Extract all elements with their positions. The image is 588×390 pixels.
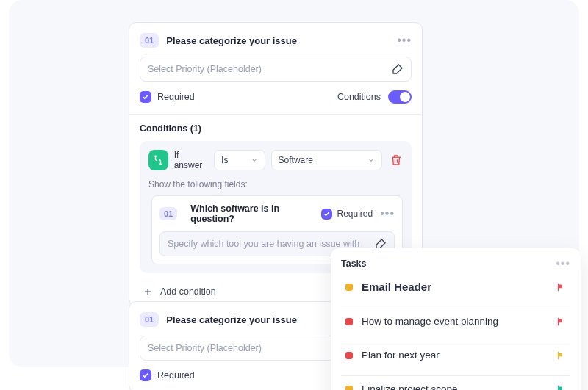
task-row[interactable]: Plan for next year: [341, 342, 570, 368]
question2-title-wrap: 01 Please categorize your issue: [140, 312, 297, 327]
question-title: Please categorize your issue: [166, 35, 297, 46]
flag-icon[interactable]: [556, 282, 566, 292]
add-condition-label: Add condition: [160, 286, 216, 297]
required-checkbox-wrap[interactable]: Required: [140, 91, 195, 103]
task-row[interactable]: Email Header: [341, 279, 570, 300]
tasks-header: Tasks •••: [341, 257, 570, 270]
conditions-label: Conditions: [337, 92, 381, 102]
conditions-toggle-wrap: Conditions: [337, 90, 412, 104]
tasks-menu-button[interactable]: •••: [556, 257, 570, 270]
task-list: Email HeaderHow to manage event planning…: [341, 279, 570, 390]
plus-icon: [143, 286, 153, 297]
tasks-title: Tasks: [341, 259, 367, 269]
question2-title: Please categorize your issue: [166, 314, 297, 325]
value-text: Software: [279, 155, 313, 165]
child-placeholder: Specify which tool you are having an iss…: [168, 239, 375, 249]
child-required-wrap[interactable]: Required: [321, 209, 373, 220]
child-menu-button[interactable]: •••: [380, 207, 395, 220]
tasks-panel: Tasks ••• Email HeaderHow to manage even…: [331, 248, 581, 390]
chevron-down-icon: [368, 156, 375, 164]
operator-select[interactable]: Is: [214, 150, 265, 170]
status-dot: [345, 318, 353, 325]
if-answer-label: If answer: [174, 150, 208, 170]
question-header: 01 Please categorize your issue •••: [140, 33, 412, 48]
checkbox-icon: [140, 369, 151, 381]
priority-placeholder: Select Priority (Placeholder): [148, 64, 392, 74]
chevron-down-icon: [251, 156, 258, 164]
divider: [129, 114, 422, 115]
child-question-title: Which software is in question?: [190, 203, 321, 224]
edit-icon[interactable]: [392, 63, 404, 75]
condition-rule-row: If answer Is Software: [148, 150, 403, 170]
checkbox-icon: [321, 209, 332, 220]
question-menu-button[interactable]: •••: [397, 35, 412, 46]
conditions-toggle[interactable]: [388, 90, 412, 104]
rule-icon: [148, 150, 168, 170]
flag-icon[interactable]: [556, 384, 566, 391]
value-select[interactable]: Software: [271, 150, 382, 170]
operator-value: Is: [221, 155, 228, 165]
conditions-count-label: Conditions (1): [140, 123, 412, 134]
required-label: Required: [157, 92, 195, 102]
delete-condition-button[interactable]: [382, 154, 403, 167]
svg-point-1: [160, 164, 161, 165]
task-name: Plan for next year: [362, 350, 440, 361]
child-number-badge: 01: [159, 207, 177, 220]
checkbox-icon: [140, 91, 151, 103]
status-dot: [345, 386, 353, 391]
stage: 01 Please categorize your issue ••• Sele…: [0, 0, 588, 390]
status-dot: [345, 352, 353, 359]
required2-label: Required: [157, 370, 195, 380]
priority-input[interactable]: Select Priority (Placeholder): [140, 57, 412, 82]
task-name: Email Header: [362, 281, 431, 293]
task-name: How to manage event planning: [362, 316, 498, 327]
svg-point-0: [155, 156, 156, 156]
child-question-header: 01 Which software is in question? Requir…: [159, 203, 395, 224]
flag-icon[interactable]: [556, 350, 566, 361]
child-required-label: Required: [337, 209, 373, 219]
question-number-badge: 01: [140, 33, 159, 48]
show-fields-label: Show the following fields:: [148, 179, 403, 189]
flag-icon[interactable]: [556, 317, 566, 327]
question2-number-badge: 01: [140, 312, 159, 327]
status-dot: [345, 284, 353, 291]
task-row[interactable]: Finalize project scope: [341, 375, 570, 390]
task-row[interactable]: How to manage event planning: [341, 308, 570, 334]
task-name: Finalize project scope: [362, 383, 458, 390]
required-and-conditions-row: Required Conditions: [140, 90, 412, 104]
question-title-wrap: 01 Please categorize your issue: [140, 33, 297, 48]
